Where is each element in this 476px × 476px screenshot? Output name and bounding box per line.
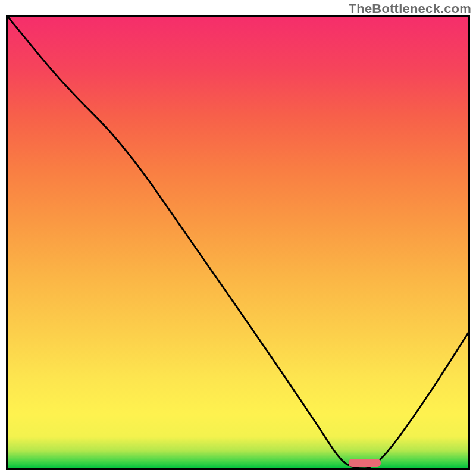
optimal-marker: [349, 459, 381, 467]
chart-stage: TheBottleneck.com: [0, 0, 476, 476]
curve-svg: [8, 17, 468, 468]
plot-area: [6, 15, 470, 470]
bottleneck-curve: [8, 17, 468, 468]
